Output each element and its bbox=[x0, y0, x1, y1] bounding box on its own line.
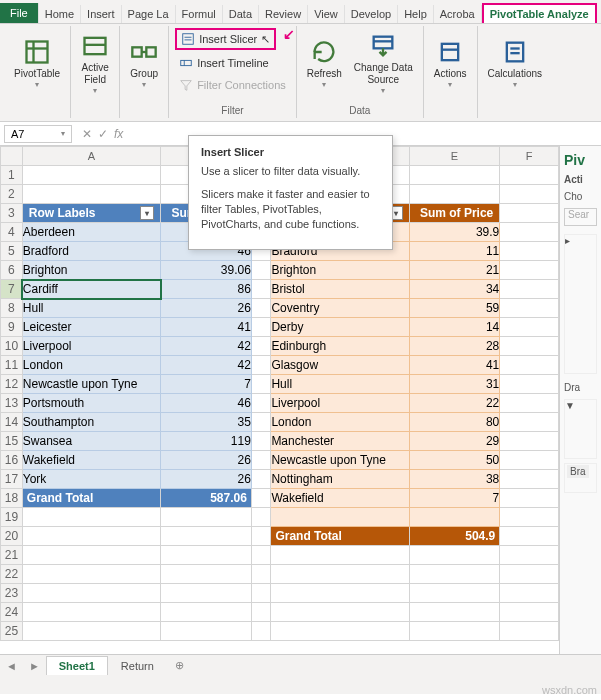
sheet-tab-return[interactable]: Return bbox=[108, 656, 167, 675]
active-field-button[interactable]: Active Field ▾ bbox=[77, 30, 113, 98]
cell[interactable] bbox=[161, 546, 252, 565]
row-header[interactable]: 1 bbox=[1, 166, 23, 185]
cell[interactable] bbox=[271, 603, 409, 622]
cell[interactable] bbox=[271, 622, 409, 641]
col-E[interactable]: E bbox=[409, 147, 500, 166]
row-header[interactable]: 7 bbox=[1, 280, 23, 299]
cell[interactable] bbox=[22, 527, 160, 546]
tab-formulas[interactable]: Formul bbox=[176, 5, 223, 23]
row-header[interactable]: 18 bbox=[1, 489, 23, 508]
col-A[interactable]: A bbox=[22, 147, 160, 166]
row-header[interactable]: 11 bbox=[1, 356, 23, 375]
cell[interactable]: 39.06 bbox=[161, 261, 252, 280]
cell[interactable] bbox=[500, 489, 559, 508]
row-header[interactable]: 8 bbox=[1, 299, 23, 318]
cell[interactable]: 86 bbox=[161, 280, 252, 299]
cell[interactable] bbox=[251, 261, 271, 280]
cell[interactable]: Nottingham bbox=[271, 470, 409, 489]
cell[interactable]: Portsmouth bbox=[22, 394, 160, 413]
cell[interactable]: 7 bbox=[409, 489, 500, 508]
cell[interactable]: Derby bbox=[271, 318, 409, 337]
cell[interactable] bbox=[271, 565, 409, 584]
cell[interactable] bbox=[22, 546, 160, 565]
cell[interactable] bbox=[500, 527, 559, 546]
cell[interactable] bbox=[500, 451, 559, 470]
row-header[interactable]: 19 bbox=[1, 508, 23, 527]
cell[interactable]: Grand Total bbox=[22, 489, 160, 508]
search-input[interactable]: Sear bbox=[564, 208, 597, 226]
cell[interactable] bbox=[500, 546, 559, 565]
cell[interactable] bbox=[500, 432, 559, 451]
tab-view[interactable]: View bbox=[308, 5, 345, 23]
cell[interactable] bbox=[161, 527, 252, 546]
cell[interactable] bbox=[22, 584, 160, 603]
cell[interactable] bbox=[409, 584, 500, 603]
cell[interactable] bbox=[161, 584, 252, 603]
cell[interactable]: 59 bbox=[409, 299, 500, 318]
group-button[interactable]: Group ▾ bbox=[126, 36, 162, 92]
row-header[interactable]: 3 bbox=[1, 204, 23, 223]
cell[interactable] bbox=[500, 584, 559, 603]
cell[interactable] bbox=[161, 603, 252, 622]
cell[interactable]: 26 bbox=[161, 451, 252, 470]
cell[interactable]: Aberdeen bbox=[22, 223, 160, 242]
cell[interactable]: 28 bbox=[409, 337, 500, 356]
cell[interactable]: Hull bbox=[271, 375, 409, 394]
rows-area[interactable]: Bra bbox=[564, 463, 597, 493]
cell[interactable]: 46 bbox=[161, 394, 252, 413]
row-header[interactable]: 9 bbox=[1, 318, 23, 337]
cell[interactable]: 14 bbox=[409, 318, 500, 337]
cell[interactable] bbox=[409, 603, 500, 622]
cell[interactable]: Southampton bbox=[22, 413, 160, 432]
pivot-fields-pane[interactable]: Piv Acti Cho Sear ▸ Dra ▼ Bra bbox=[559, 146, 601, 654]
tab-help[interactable]: Help bbox=[398, 5, 434, 23]
cell[interactable]: Leicester bbox=[22, 318, 160, 337]
cell[interactable]: 80 bbox=[409, 413, 500, 432]
pivottable-button[interactable]: PivotTable ▾ bbox=[10, 36, 64, 92]
cell[interactable]: 504.9 bbox=[409, 527, 500, 546]
cell[interactable] bbox=[251, 470, 271, 489]
tab-developer[interactable]: Develop bbox=[345, 5, 398, 23]
cell[interactable] bbox=[500, 204, 559, 223]
actions-button[interactable]: Actions ▾ bbox=[430, 36, 471, 92]
cell[interactable] bbox=[251, 603, 271, 622]
tab-file[interactable]: File bbox=[0, 3, 39, 23]
cell[interactable] bbox=[500, 394, 559, 413]
cell[interactable] bbox=[251, 489, 271, 508]
row-header[interactable]: 22 bbox=[1, 565, 23, 584]
cell[interactable] bbox=[500, 565, 559, 584]
cell[interactable]: Sum of Price bbox=[409, 204, 500, 223]
tab-acrobat[interactable]: Acroba bbox=[434, 5, 482, 23]
cell[interactable]: 7 bbox=[161, 375, 252, 394]
cell[interactable]: 11 bbox=[409, 242, 500, 261]
cell[interactable] bbox=[251, 622, 271, 641]
cell[interactable] bbox=[500, 299, 559, 318]
row-header[interactable]: 14 bbox=[1, 413, 23, 432]
cell[interactable] bbox=[500, 622, 559, 641]
cell[interactable] bbox=[22, 603, 160, 622]
row-header[interactable]: 16 bbox=[1, 451, 23, 470]
cell[interactable]: Hull bbox=[22, 299, 160, 318]
col-F[interactable]: F bbox=[500, 147, 559, 166]
cell[interactable] bbox=[161, 565, 252, 584]
cell[interactable]: 587.06 bbox=[161, 489, 252, 508]
cell[interactable] bbox=[22, 508, 160, 527]
filter-icon[interactable]: ▾ bbox=[140, 206, 154, 220]
cell[interactable]: Brighton bbox=[271, 261, 409, 280]
row-header[interactable]: 17 bbox=[1, 470, 23, 489]
cell[interactable] bbox=[500, 242, 559, 261]
row-header[interactable]: 5 bbox=[1, 242, 23, 261]
cell[interactable]: 31 bbox=[409, 375, 500, 394]
cell[interactable]: 34 bbox=[409, 280, 500, 299]
row-header[interactable]: 6 bbox=[1, 261, 23, 280]
dropdown-icon[interactable]: ▾ bbox=[61, 129, 65, 138]
cell[interactable]: 35 bbox=[161, 413, 252, 432]
cell[interactable] bbox=[161, 622, 252, 641]
new-sheet-button[interactable]: ⊕ bbox=[167, 656, 192, 675]
cell[interactable] bbox=[409, 166, 500, 185]
cell[interactable]: Liverpool bbox=[22, 337, 160, 356]
filters-area[interactable]: ▼ bbox=[564, 399, 597, 459]
cell[interactable]: 41 bbox=[409, 356, 500, 375]
cell[interactable] bbox=[500, 603, 559, 622]
cell[interactable] bbox=[409, 185, 500, 204]
